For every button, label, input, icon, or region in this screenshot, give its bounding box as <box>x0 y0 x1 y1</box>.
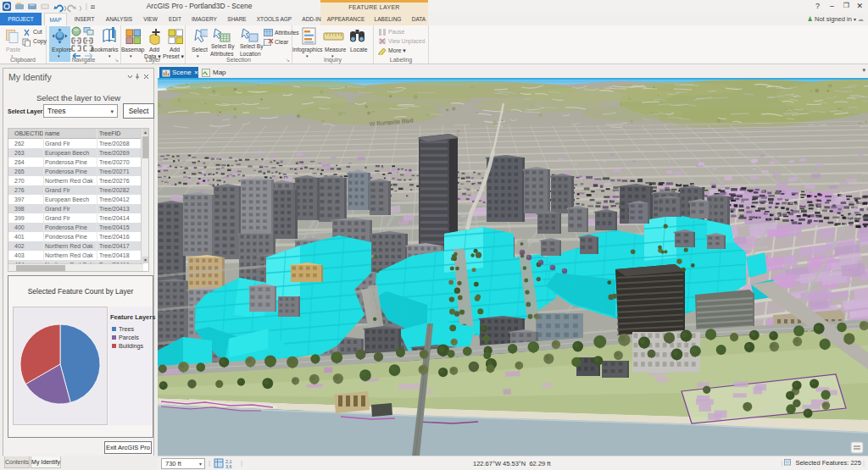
svg-text:3,6: 3,6 <box>225 464 232 469</box>
